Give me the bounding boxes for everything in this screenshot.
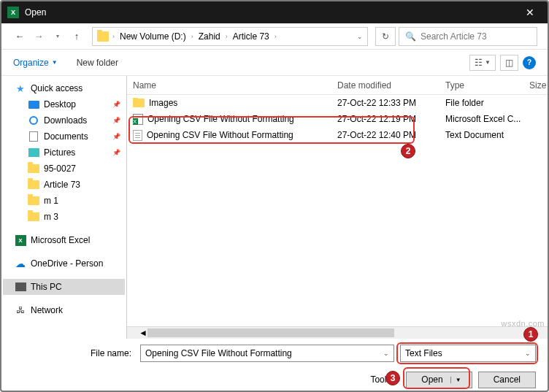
header-type[interactable]: Type [445,80,529,91]
horizontal-scrollbar[interactable]: ◄ ► [127,326,548,339]
search-icon: 🔍 [405,31,416,42]
star-icon: ★ [15,83,26,93]
annotation-badge-1: 1 [523,327,538,342]
header-date[interactable]: Date modified [337,80,445,91]
chevron-down-icon: ▼ [52,59,58,66]
documents-icon [29,131,38,142]
forward-button[interactable]: → [31,28,47,45]
sidebar: ★Quick access Desktop📌 Downloads📌 Docume… [1,76,127,339]
onedrive-icon: ☁ [15,258,26,269]
file-list: Name Date modified Type Size Images 27-O… [127,76,548,339]
annotation-badge-3: 3 [385,371,400,385]
pin-icon: 📌 [112,117,120,124]
sidebar-desktop[interactable]: Desktop📌 [3,96,125,112]
annotation-box-open [403,367,470,389]
pin-icon: 📌 [112,149,120,156]
folder-icon [28,196,39,205]
help-icon[interactable]: ? [523,56,536,69]
scrollbar-thumb[interactable] [147,328,394,337]
header-size[interactable]: Size [529,80,548,91]
sidebar-network[interactable]: 🖧Network [3,302,125,318]
annotation-box-filter [396,342,538,364]
chevron-right-icon: › [190,33,195,40]
sidebar-downloads[interactable]: Downloads📌 [3,112,125,128]
pictures-icon [28,148,39,157]
close-icon[interactable]: ✕ [518,4,542,21]
chevron-right-icon: › [111,33,116,40]
recent-dropdown[interactable]: ▾ [50,28,66,45]
sidebar-folder-3[interactable]: m 1 [3,193,125,209]
sidebar-quick-access[interactable]: ★Quick access [3,80,125,96]
sidebar-documents[interactable]: Documents📌 [3,128,125,145]
chevron-down-icon[interactable]: ⌄ [383,350,389,357]
network-icon: 🖧 [15,305,26,315]
address-dropdown-icon[interactable]: ⌄ [357,33,363,40]
toolbar: Organize ▼ New folder ☷ ▼ ◫ ? [1,50,548,76]
drive-icon [97,31,109,42]
window-title: Open [25,7,518,18]
pin-icon: 📌 [112,101,120,108]
filename-input[interactable]: Opening CSV File Without Formatting ⌄ [140,345,394,362]
sidebar-excel[interactable]: XMicrosoft Excel [3,232,125,248]
sidebar-folder-1[interactable]: 95-0027 [3,161,125,177]
address-bar[interactable]: › New Volume (D:) › Zahid › Article 73 ›… [92,27,368,46]
column-headers: Name Date modified Type Size [127,76,548,95]
nav-bar: ← → ▾ ↑ › New Volume (D:) › Zahid › Arti… [1,23,548,50]
annotation-box-file [128,116,415,144]
folder-icon [133,99,145,107]
desktop-icon [28,101,39,109]
breadcrumb-volume[interactable]: New Volume (D:) [118,31,188,42]
new-folder-button[interactable]: New folder [77,58,118,68]
annotation-badge-2: 2 [401,144,415,158]
sidebar-onedrive[interactable]: ☁OneDrive - Person [3,255,125,272]
pin-icon: 📌 [112,133,120,140]
sidebar-pictures[interactable]: Pictures📌 [3,145,125,161]
breadcrumb-folder[interactable]: Article 73 [231,31,271,42]
sidebar-folder-2[interactable]: Article 73 [3,177,125,193]
preview-pane-button[interactable]: ◫ [500,55,518,71]
sidebar-folder-4[interactable]: m 3 [3,209,125,225]
watermark: wsxdn.com [501,319,545,328]
cancel-button[interactable]: Cancel [478,372,536,388]
sidebar-this-pc[interactable]: This PC [3,279,125,295]
chevron-right-icon: › [224,33,229,40]
breadcrumb-user[interactable]: Zahid [197,31,222,42]
file-row-images[interactable]: Images 27-Oct-22 12:33 PM File folder [127,95,548,111]
folder-icon [28,180,39,189]
search-input[interactable]: 🔍 Search Article 73 [399,27,537,46]
downloads-icon [29,116,38,125]
refresh-button[interactable]: ↻ [375,27,396,46]
folder-icon [28,164,39,173]
back-button[interactable]: ← [12,28,28,45]
bottom-panel: File name: Opening CSV File Without Form… [1,339,548,392]
view-mode-button[interactable]: ☷ ▼ [469,55,496,71]
search-placeholder: Search Article 73 [421,31,487,42]
header-name[interactable]: Name [133,80,337,91]
excel-icon: X [7,7,19,18]
up-button[interactable]: ↑ [69,28,85,45]
pc-icon [15,283,26,291]
chevron-right-icon: › [273,33,278,40]
titlebar: X Open ✕ [1,1,548,23]
filename-label: File name: [13,348,134,358]
organize-button[interactable]: Organize ▼ [13,58,58,68]
scroll-left-icon[interactable]: ◄ [139,328,147,338]
excel-icon: X [15,235,26,246]
folder-icon [28,212,39,221]
